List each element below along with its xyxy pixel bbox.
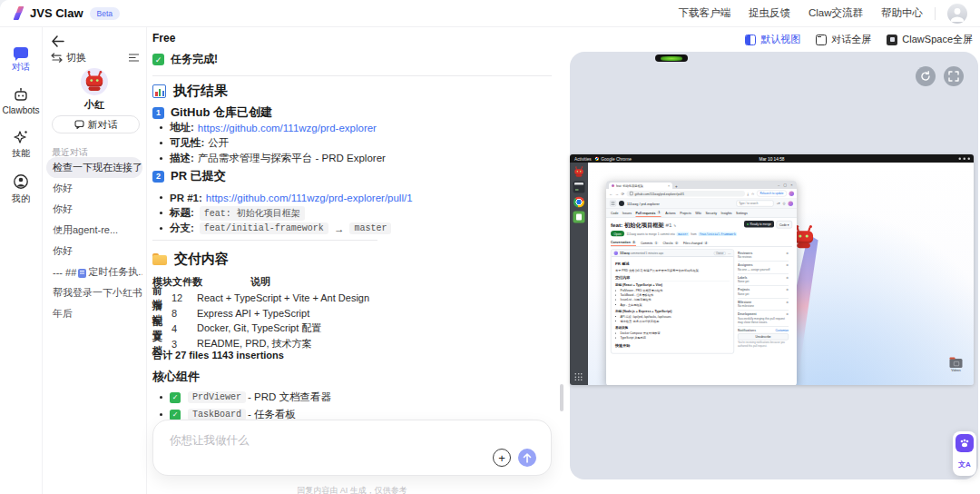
list-settings-icon[interactable]	[128, 53, 140, 63]
browser-tab[interactable]: feat: 初始化项目框架 ×	[609, 183, 672, 189]
active-app-indicator[interactable]: Google Chrome	[595, 156, 632, 162]
deliverables-table: 模块 文件数 说明 前端 12 React + TypeScript + Vit…	[152, 274, 369, 351]
view-chat-fullscreen[interactable]: 对话全屏	[816, 33, 871, 46]
nav-item-skills[interactable]: 技能	[12, 129, 30, 160]
repo-tab-pull-requests[interactable]: Pull requests 1	[635, 209, 661, 217]
chrome-window[interactable]: feat: 初始化项目框架 × + – ▢ × ← → ⟳	[606, 181, 797, 385]
base-branch-chip[interactable]: master	[677, 232, 690, 236]
translate-button[interactable]: 文A	[956, 455, 974, 473]
dock-editor-icon[interactable]	[573, 212, 585, 223]
activities-button[interactable]: Activities	[574, 156, 592, 162]
refresh-button[interactable]	[916, 66, 936, 86]
conversation-item[interactable]: 帮我登录一下小红书	[46, 282, 142, 303]
new-chat-button[interactable]: 新对话	[52, 115, 140, 133]
repo-tab-security[interactable]: Security	[705, 209, 717, 217]
download-icon[interactable]: ⤓	[747, 191, 749, 196]
message-input[interactable]	[168, 431, 496, 462]
browser-profile-avatar[interactable]	[789, 191, 795, 196]
gear-icon[interactable]: ⚙	[786, 275, 789, 279]
agent-avatar[interactable]	[81, 68, 108, 95]
conversation-item[interactable]: 检查一下现在连接了g...	[46, 157, 142, 178]
unsubscribe-button[interactable]: Unsubscribe	[738, 333, 789, 341]
back-icon[interactable]: ←	[609, 192, 612, 196]
pr-tab-conversation[interactable]: Conversation 0	[611, 240, 636, 247]
app-grid-icon[interactable]	[575, 373, 583, 381]
edit-icon[interactable]: ✎	[673, 224, 676, 228]
system-tray-icons[interactable]	[959, 157, 971, 160]
conversation-item[interactable]: 你好	[46, 178, 142, 199]
folder-icon	[950, 359, 963, 368]
pr-tab-files-changed[interactable]: Files changed 4	[683, 240, 708, 247]
nav-item-clawbots[interactable]: Clawbots	[2, 87, 39, 115]
head-branch-chip[interactable]: feat/initial-framework	[699, 232, 738, 236]
conversation-item[interactable]: 你好	[46, 241, 142, 262]
bookmark-icon[interactable]: ☆	[751, 192, 755, 196]
github-plus-icon[interactable]: +▾	[777, 202, 780, 205]
link-claw-group[interactable]: Claw交流群	[808, 6, 863, 20]
comment-menu-icon[interactable]: …	[728, 252, 731, 255]
code-dropdown-button[interactable]: Code▾	[776, 221, 792, 229]
new-tab-button[interactable]: +	[675, 184, 678, 189]
gear-icon[interactable]: ⚙	[786, 312, 789, 316]
switch-label[interactable]: 切换	[66, 51, 86, 64]
view-clawspace-fullscreen[interactable]: ClawSpace全屏	[887, 33, 973, 46]
repo-tab-actions[interactable]: Actions	[665, 209, 675, 217]
ready-to-merge-button[interactable]: Ready to merge	[744, 221, 774, 228]
repo-breadcrumb[interactable]: 111wzg / prd-explorer	[627, 202, 660, 206]
repo-tab-insights[interactable]: Insights	[721, 209, 732, 217]
back-button[interactable]	[51, 35, 65, 47]
dock-claw-app-icon[interactable]	[573, 166, 585, 178]
repo-link[interactable]: https://github.com/111wzg/prd-explorer	[198, 123, 377, 133]
desktop-folder[interactable]: Videos	[948, 359, 964, 372]
tab-close-icon[interactable]: ×	[668, 184, 670, 188]
customize-link[interactable]: Customize	[775, 329, 789, 332]
dock-chrome-icon[interactable]	[573, 196, 585, 208]
dock-terminal-icon[interactable]	[573, 182, 585, 193]
github-logo-icon[interactable]	[619, 201, 624, 206]
fullscreen-button[interactable]	[944, 66, 964, 86]
github-avatar[interactable]	[789, 201, 794, 206]
gear-icon[interactable]: ⚙	[786, 263, 789, 267]
claw-assistant-button[interactable]	[956, 434, 974, 452]
pr-tab-checks[interactable]: Checks 0	[662, 240, 679, 247]
window-controls[interactable]: – ▢ ×	[778, 183, 794, 187]
forward-icon[interactable]: →	[615, 192, 619, 196]
relaunch-update-button[interactable]: Relaunch to update	[757, 191, 787, 197]
swap-icon[interactable]	[51, 53, 63, 63]
gear-icon[interactable]: ⚙	[786, 288, 789, 291]
repo-tab-issues[interactable]: Issues	[622, 209, 632, 217]
hamburger-icon[interactable]	[610, 201, 616, 207]
merge-description: 111wzg wants to merge 1 commit into mast…	[627, 232, 739, 235]
repo-tab-settings[interactable]: Settings	[736, 209, 748, 217]
github-search[interactable]: Type / to search	[737, 201, 774, 207]
conversation-item[interactable]: 年后	[46, 303, 142, 324]
repo-tab-code[interactable]: Code	[611, 209, 618, 217]
nav-item-mine[interactable]: 我的	[12, 173, 30, 205]
conversation-item[interactable]: 使用agent-re...	[46, 220, 142, 241]
github-inbox-icon[interactable]: ◎	[782, 202, 785, 205]
repo-tab-projects[interactable]: Projects	[680, 209, 691, 217]
link-download-client[interactable]: 下载客户端	[678, 6, 730, 20]
desktop-clock[interactable]: Mar 10 14:58	[760, 156, 785, 162]
repo-tab-wiki[interactable]: Wiki	[695, 209, 701, 217]
link-bug-feedback[interactable]: 捉虫反馈	[749, 6, 790, 20]
comment-avatar	[614, 252, 619, 256]
remote-desktop-view[interactable]: Activities Google Chrome Mar 10 14:58	[570, 154, 974, 385]
conversation-item[interactable]: 你好	[46, 199, 142, 220]
nav-item-chat[interactable]: 对话	[12, 47, 30, 74]
link-help-center[interactable]: 帮助中心	[881, 6, 923, 20]
gear-icon[interactable]: ⚙	[786, 252, 789, 255]
gear-icon[interactable]: ⚙	[786, 300, 789, 303]
chat-bubble-icon	[14, 47, 28, 58]
reload-icon[interactable]: ⟳	[622, 192, 625, 196]
pr-tab-commits[interactable]: Commits 1	[641, 240, 659, 247]
user-avatar[interactable]	[947, 4, 967, 24]
chat-scrollbar[interactable]	[560, 384, 564, 411]
send-button[interactable]	[518, 449, 536, 467]
view-default[interactable]: 默认视图	[745, 33, 800, 46]
check-icon: ✓	[170, 410, 181, 420]
attach-button[interactable]: +	[493, 449, 511, 467]
pr-link[interactable]: https://github.com/111wzg/prd-explorer/p…	[206, 193, 413, 203]
address-bar[interactable]: github.com/111wzg/prd-explorer/pull/1	[627, 191, 745, 197]
conversation-item[interactable]: --- ## 定时任务执...	[46, 262, 142, 282]
